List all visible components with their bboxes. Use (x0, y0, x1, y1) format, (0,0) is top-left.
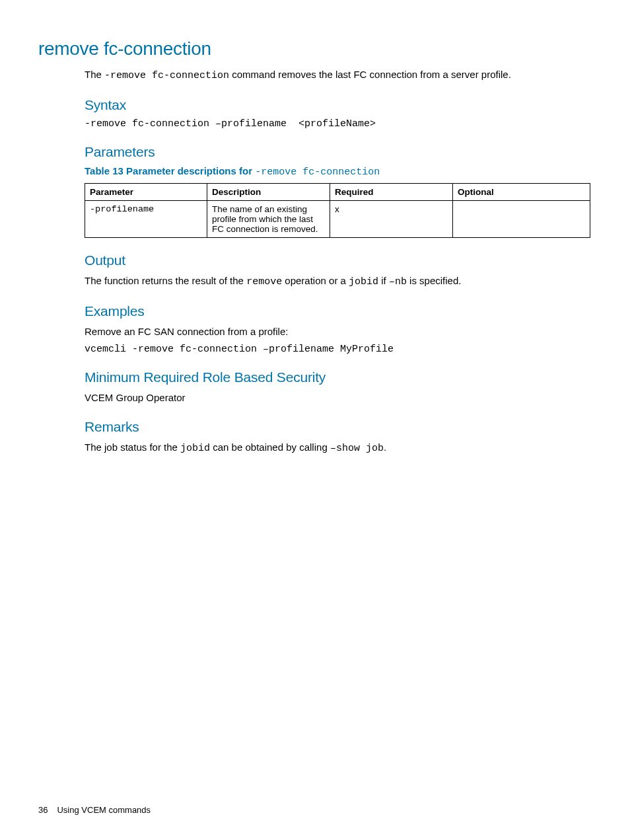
table-caption: Table 13 Parameter descriptions for -rem… (85, 165, 590, 178)
caption-prefix: Table 13 Parameter descriptions for (85, 165, 255, 176)
intro-pre: The (85, 69, 104, 80)
syntax-heading: Syntax (85, 97, 590, 113)
intro-paragraph: The -remove fc-connection command remove… (85, 67, 590, 83)
td-optional (453, 201, 590, 238)
security-body: VCEM Group Operator (85, 391, 590, 404)
page-number: 36 (38, 805, 48, 815)
output-code1: remove (246, 276, 282, 287)
td-description: The name of an existing profile from whi… (207, 201, 330, 238)
security-heading: Minimum Required Role Based Security (85, 369, 590, 385)
remarks-code2: –show job (330, 443, 384, 454)
output-mid1: operation or a (282, 275, 349, 286)
caption-code: -remove fc-connection (255, 167, 380, 178)
examples-heading: Examples (85, 303, 590, 319)
th-optional: Optional (453, 184, 590, 201)
footer-section: Using VCEM commands (57, 805, 151, 815)
parameters-table: Parameter Description Required Optional … (85, 183, 590, 238)
remarks-mid: can be obtained by calling (210, 441, 330, 453)
syntax-code: -remove fc-connection –profilename <prof… (85, 118, 590, 130)
output-mid2: if (378, 275, 389, 286)
remarks-code1: jobid (180, 443, 210, 454)
page-footer: 36Using VCEM commands (38, 805, 151, 815)
intro-post: command removes the last FC connection f… (229, 69, 511, 80)
remarks-pre: The job status for the (85, 441, 180, 453)
page-title: remove fc-connection (38, 38, 590, 59)
th-description: Description (207, 184, 330, 201)
output-post: is specified. (407, 275, 462, 286)
table-header-row: Parameter Description Required Optional (85, 184, 590, 201)
table-row: -profilename The name of an existing pro… (85, 201, 590, 238)
output-code3: –nb (389, 276, 407, 287)
output-pre: The function returns the result of the (85, 275, 246, 286)
th-required: Required (330, 184, 453, 201)
th-parameter: Parameter (85, 184, 207, 201)
intro-code: -remove fc-connection (104, 70, 229, 81)
parameters-heading: Parameters (85, 144, 590, 160)
output-code2: jobid (349, 276, 378, 287)
remarks-paragraph: The job status for the jobid can be obta… (85, 440, 590, 455)
remarks-post: . (384, 441, 386, 453)
td-required: x (330, 201, 453, 238)
examples-intro: Remove an FC SAN connection from a profi… (85, 325, 590, 338)
output-heading: Output (85, 252, 590, 268)
td-parameter: -profilename (85, 201, 207, 238)
remarks-heading: Remarks (85, 419, 590, 435)
examples-code: vcemcli -remove fc-connection –profilena… (85, 344, 590, 355)
output-paragraph: The function returns the result of the r… (85, 274, 590, 289)
